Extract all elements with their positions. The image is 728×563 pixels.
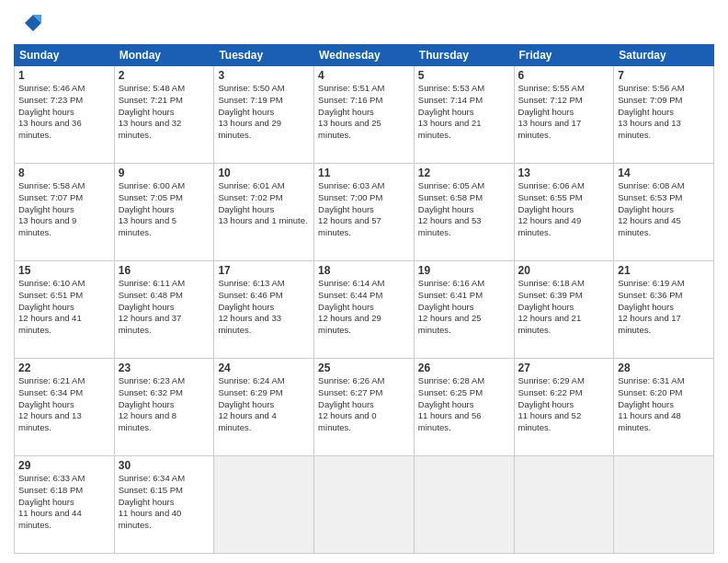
day-number: 10 [218,167,310,179]
table-cell: 29Sunrise: 6:33 AMSunset: 6:18 PMDayligh… [15,456,115,554]
table-cell: 13Sunrise: 6:06 AMSunset: 6:55 PMDayligh… [514,164,614,261]
day-number: 28 [618,362,710,374]
day-info: Sunrise: 6:00 AMSunset: 7:05 PMDaylight … [119,180,210,239]
day-number: 27 [518,362,610,374]
day-number: 18 [318,264,410,277]
day-info: Sunrise: 5:48 AMSunset: 7:21 PMDaylight … [119,83,210,142]
logo-icon [14,9,41,37]
header-monday: Monday [114,45,214,66]
day-number: 25 [318,362,410,374]
day-info: Sunrise: 6:24 AMSunset: 6:29 PMDaylight … [218,375,310,434]
day-number: 16 [119,264,210,277]
table-cell: 30Sunrise: 6:34 AMSunset: 6:15 PMDayligh… [114,456,214,554]
table-cell: 23Sunrise: 6:23 AMSunset: 6:32 PMDayligh… [114,359,214,456]
table-cell: 1Sunrise: 5:46 AMSunset: 7:23 PMDaylight… [15,66,115,164]
table-cell: 27Sunrise: 6:29 AMSunset: 6:22 PMDayligh… [514,359,614,456]
day-info: Sunrise: 5:58 AMSunset: 7:07 PMDaylight … [18,180,110,239]
day-number: 3 [218,69,310,82]
day-info: Sunrise: 6:34 AMSunset: 6:15 PMDaylight … [119,473,210,532]
table-cell: 24Sunrise: 6:24 AMSunset: 6:29 PMDayligh… [214,359,314,456]
table-cell: 18Sunrise: 6:14 AMSunset: 6:44 PMDayligh… [314,261,415,359]
table-cell: 9Sunrise: 6:00 AMSunset: 7:05 PMDaylight… [114,164,214,261]
day-number: 6 [518,69,610,82]
day-number: 20 [518,264,610,277]
day-number: 4 [318,69,410,82]
day-info: Sunrise: 6:18 AMSunset: 6:39 PMDaylight … [518,278,610,337]
day-number: 14 [618,167,710,179]
header-friday: Friday [514,45,614,66]
day-info: Sunrise: 6:08 AMSunset: 6:53 PMDaylight … [618,180,710,239]
table-cell: 8Sunrise: 5:58 AMSunset: 7:07 PMDaylight… [15,164,115,261]
table-cell [614,456,714,554]
day-number: 2 [119,69,210,82]
table-cell: 4Sunrise: 5:51 AMSunset: 7:16 PMDaylight… [314,66,415,164]
day-number: 19 [418,264,510,277]
day-number: 26 [418,362,510,374]
day-number: 13 [518,167,610,179]
table-cell: 6Sunrise: 5:55 AMSunset: 7:12 PMDaylight… [514,66,614,164]
header-wednesday: Wednesday [314,45,415,66]
header-saturday: Saturday [614,45,714,66]
day-info: Sunrise: 6:21 AMSunset: 6:34 PMDaylight … [18,375,110,434]
table-cell [514,456,614,554]
table-cell: 2Sunrise: 5:48 AMSunset: 7:21 PMDaylight… [114,66,214,164]
table-cell: 25Sunrise: 6:26 AMSunset: 6:27 PMDayligh… [314,359,415,456]
table-cell: 5Sunrise: 5:53 AMSunset: 7:14 PMDaylight… [414,66,514,164]
table-row: 29Sunrise: 6:33 AMSunset: 6:18 PMDayligh… [15,456,714,554]
table-cell: 19Sunrise: 6:16 AMSunset: 6:41 PMDayligh… [414,261,514,359]
day-number: 15 [18,264,110,277]
calendar-page: Sunday Monday Tuesday Wednesday Thursday… [0,0,728,563]
day-info: Sunrise: 5:55 AMSunset: 7:12 PMDaylight … [518,83,610,142]
logo [14,9,45,37]
table-cell [314,456,415,554]
table-cell: 3Sunrise: 5:50 AMSunset: 7:19 PMDaylight… [214,66,314,164]
table-cell: 10Sunrise: 6:01 AMSunset: 7:02 PMDayligh… [214,164,314,261]
day-info: Sunrise: 6:10 AMSunset: 6:51 PMDaylight … [18,278,110,337]
day-info: Sunrise: 5:53 AMSunset: 7:14 PMDaylight … [418,83,510,142]
day-number: 17 [218,264,310,277]
day-number: 5 [418,69,510,82]
table-row: 15Sunrise: 6:10 AMSunset: 6:51 PMDayligh… [15,261,714,359]
day-info: Sunrise: 6:19 AMSunset: 6:36 PMDaylight … [618,278,710,337]
table-row: 8Sunrise: 5:58 AMSunset: 7:07 PMDaylight… [15,164,714,261]
weekday-header-row: Sunday Monday Tuesday Wednesday Thursday… [15,45,714,66]
table-row: 1Sunrise: 5:46 AMSunset: 7:23 PMDaylight… [15,66,714,164]
day-number: 24 [218,362,310,374]
table-cell: 7Sunrise: 5:56 AMSunset: 7:09 PMDaylight… [614,66,714,164]
header [14,9,714,37]
calendar-table: Sunday Monday Tuesday Wednesday Thursday… [14,44,714,554]
table-cell: 15Sunrise: 6:10 AMSunset: 6:51 PMDayligh… [15,261,115,359]
day-info: Sunrise: 6:14 AMSunset: 6:44 PMDaylight … [318,278,410,337]
table-cell: 17Sunrise: 6:13 AMSunset: 6:46 PMDayligh… [214,261,314,359]
table-cell: 11Sunrise: 6:03 AMSunset: 7:00 PMDayligh… [314,164,415,261]
day-number: 7 [618,69,710,82]
header-sunday: Sunday [15,45,115,66]
day-info: Sunrise: 6:06 AMSunset: 6:55 PMDaylight … [518,180,610,239]
day-info: Sunrise: 6:33 AMSunset: 6:18 PMDaylight … [18,473,110,532]
day-number: 1 [18,69,110,82]
day-number: 21 [618,264,710,277]
table-cell: 26Sunrise: 6:28 AMSunset: 6:25 PMDayligh… [414,359,514,456]
day-number: 22 [18,362,110,374]
day-info: Sunrise: 6:16 AMSunset: 6:41 PMDaylight … [418,278,510,337]
table-cell [214,456,314,554]
day-info: Sunrise: 6:28 AMSunset: 6:25 PMDaylight … [418,375,510,434]
day-info: Sunrise: 6:05 AMSunset: 6:58 PMDaylight … [418,180,510,239]
day-info: Sunrise: 5:46 AMSunset: 7:23 PMDaylight … [18,83,110,142]
day-info: Sunrise: 5:51 AMSunset: 7:16 PMDaylight … [318,83,410,142]
day-info: Sunrise: 6:23 AMSunset: 6:32 PMDaylight … [119,375,210,434]
day-info: Sunrise: 5:50 AMSunset: 7:19 PMDaylight … [218,83,310,142]
table-row: 22Sunrise: 6:21 AMSunset: 6:34 PMDayligh… [15,359,714,456]
header-thursday: Thursday [414,45,514,66]
day-info: Sunrise: 6:13 AMSunset: 6:46 PMDaylight … [218,278,310,337]
day-info: Sunrise: 6:31 AMSunset: 6:20 PMDaylight … [618,375,710,434]
day-info: Sunrise: 6:26 AMSunset: 6:27 PMDaylight … [318,375,410,434]
table-cell: 28Sunrise: 6:31 AMSunset: 6:20 PMDayligh… [614,359,714,456]
table-cell: 16Sunrise: 6:11 AMSunset: 6:48 PMDayligh… [114,261,214,359]
day-info: Sunrise: 6:11 AMSunset: 6:48 PMDaylight … [119,278,210,337]
table-cell: 21Sunrise: 6:19 AMSunset: 6:36 PMDayligh… [614,261,714,359]
day-number: 8 [18,167,110,179]
day-number: 23 [119,362,210,374]
day-info: Sunrise: 6:01 AMSunset: 7:02 PMDaylight … [218,180,310,227]
day-number: 11 [318,167,410,179]
